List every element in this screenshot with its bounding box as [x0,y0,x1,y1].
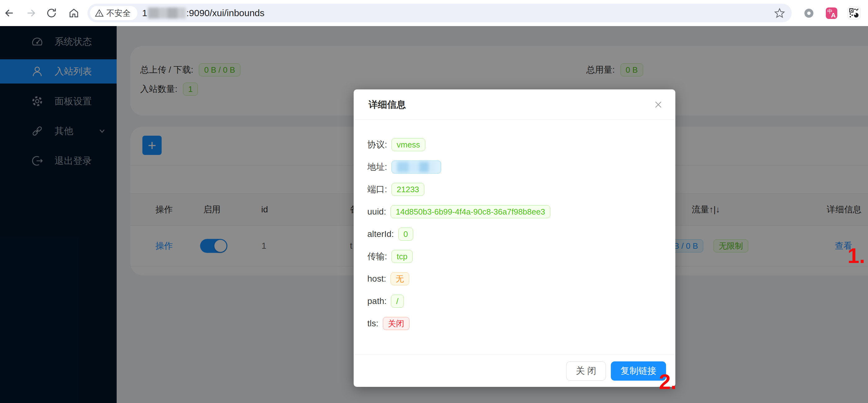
security-label: 不安全 [106,8,131,19]
path-tag: / [391,295,404,308]
copy-link-button[interactable]: 复制链接 [611,362,666,381]
translate-a-glyph: A [831,11,836,19]
site-security-chip[interactable]: 不安全 [90,6,137,20]
translate-extension-icon[interactable]: 中 A [826,7,837,19]
protocol-tag: vmess [392,138,425,151]
page-content: 系统状态 入站列表 面板设置 其他 [0,26,868,403]
url-prefix: 1 [142,8,147,18]
host-tag: 无 [391,272,409,285]
back-icon[interactable] [4,7,15,19]
home-icon[interactable] [68,7,80,19]
detail-modal: 详细信息 协议:vmess 地址: 端口:21233 uuid:14d850b3… [354,89,675,387]
annotation-step-1: 1. [847,243,865,268]
uuid-label: uuid: [367,207,386,217]
extension-circle-icon[interactable] [804,9,813,18]
address-label: 地址: [367,161,387,173]
annotation-step-2: 2. [659,370,677,394]
tls-tag: 关闭 [383,317,409,330]
browser-toolbar: 不安全 1 :9090/xui/inbounds 中 A [0,0,868,26]
alterid-tag: 0 [398,228,413,241]
screen: 不安全 1 :9090/xui/inbounds 中 A [0,0,868,403]
bookmark-star-icon[interactable] [774,8,785,18]
modal-header: 详细信息 [354,89,675,119]
port-label: 端口: [367,183,387,195]
modal-title: 详细信息 [369,89,406,119]
alterid-label: alterId: [367,229,394,239]
modal-footer: 关 闭 复制链接 [354,354,675,387]
redacted-ip [148,7,186,19]
forward-icon[interactable] [25,7,37,19]
tls-label: tls: [367,319,378,328]
protocol-label: 协议: [367,139,387,151]
uuid-tag: 14d850b3-6b99-4f4a-90c8-36a7f98b8ee3 [391,205,550,218]
path-label: path: [367,296,386,306]
port-tag: 21233 [392,183,424,196]
url-text: 1 :9090/xui/inbounds [142,7,265,19]
modal-body: 协议:vmess 地址: 端口:21233 uuid:14d850b3-6b99… [367,119,662,335]
address-tag [392,161,441,174]
reload-icon[interactable] [46,7,57,19]
transport-label: 传输: [367,251,387,262]
address-bar[interactable]: 不安全 1 :9090/xui/inbounds [88,4,792,22]
url-suffix: :9090/xui/inbounds [186,8,265,18]
redacted-address [397,162,436,172]
close-button[interactable]: 关 闭 [566,362,606,381]
host-label: host: [367,274,386,284]
close-icon[interactable] [653,99,663,110]
qr-extension-icon[interactable] [848,7,860,19]
warning-icon [95,9,103,18]
transport-tag: tcp [392,250,413,263]
